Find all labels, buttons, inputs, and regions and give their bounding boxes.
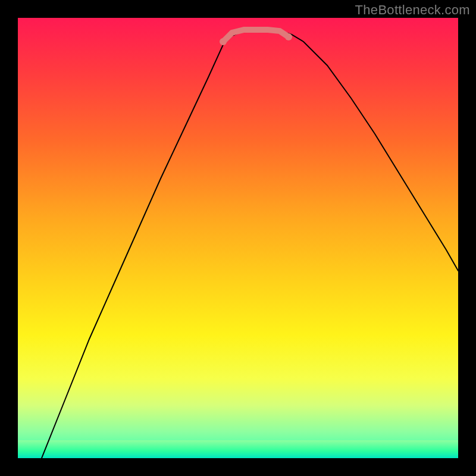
highlight-dot [285,33,292,40]
watermark-text: TheBottleneck.com [355,2,470,18]
plot-area [18,18,458,458]
curve-layer [18,18,458,458]
highlight-band [223,30,289,42]
highlight-dot [220,38,227,45]
chart-frame: TheBottleneck.com [0,0,476,476]
bottleneck-curve [42,30,458,458]
